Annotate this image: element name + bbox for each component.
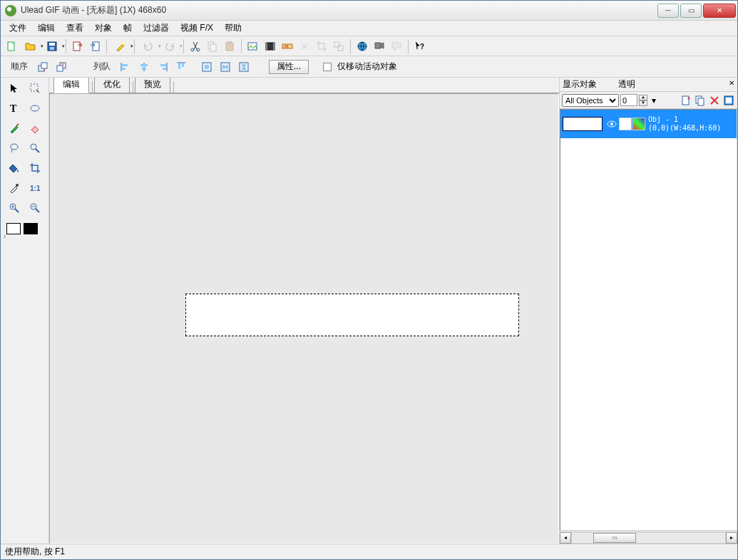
menu-view[interactable]: 查看 [61,21,89,36]
wizard-button[interactable]: ▾ [111,38,130,54]
selection-tool[interactable] [28,81,43,96]
lasso-tool[interactable] [6,140,22,156]
dropdown-toggle[interactable]: ▾ [649,94,659,107]
add-video-button[interactable] [262,38,278,54]
swap-colors-icon[interactable]: ↕ [4,234,6,239]
menu-help[interactable]: 帮助 [219,21,247,36]
canvas-tabs: 编辑 优化 预览 [49,78,559,93]
menu-frame[interactable]: 帧 [118,21,138,36]
copy-button[interactable] [205,38,220,54]
open-button[interactable]: ▾ [21,38,41,54]
tab-optimize[interactable]: 优化 [94,78,130,93]
magnify-tool[interactable] [28,140,43,156]
fill-tool[interactable] [6,160,22,176]
align-left-button[interactable] [118,59,133,75]
align-middle-button[interactable] [199,59,215,75]
svg-rect-40 [226,65,228,69]
eyedropper-tool[interactable] [6,180,22,196]
secondary-toolbar: 顺序 列队 属性... 仅移动活动对象 [1,56,737,78]
title-bar: Ulead GIF 动画 - [无标题] (1X) 468x60 ─ ▭ ✕ [1,1,737,21]
eraser-tool[interactable] [28,120,43,136]
svg-rect-16 [266,43,267,50]
transparent-input[interactable] [620,94,637,106]
align-top-button[interactable] [173,59,189,75]
duplicate-object-icon[interactable] [694,94,707,107]
close-button[interactable]: ✕ [703,4,736,18]
brush-tool[interactable] [6,120,22,136]
lock-icon[interactable] [619,118,632,130]
minimize-button[interactable]: ─ [657,4,679,18]
align-center-h-button[interactable] [136,59,152,75]
svg-rect-33 [163,68,166,70]
object-name: Obj - 1 [648,115,721,124]
canvas-object[interactable] [185,294,519,336]
menu-video-fx[interactable]: 视频 F/X [175,21,219,36]
cut-button[interactable] [188,38,203,54]
visibility-icon[interactable] [605,118,618,130]
scissors-icon[interactable] [297,38,312,54]
object-item[interactable]: Obj - 1 (0,0)(W:468,H:60) [560,110,737,138]
scroll-right-button[interactable]: ▸ [726,532,737,544]
undo-button[interactable]: ▾ [138,38,158,54]
distribute-v-button[interactable] [236,59,252,75]
distribute-h-button[interactable] [217,59,233,75]
menu-edit[interactable]: 编辑 [32,21,61,36]
canvas-viewport[interactable] [49,93,559,544]
scroll-thumb[interactable]: m [593,533,636,543]
context-help-button[interactable]: ? [412,38,428,54]
export-button[interactable] [70,38,86,54]
crop-tool[interactable] [28,160,43,176]
preview-icon[interactable] [371,38,387,54]
tab-preview[interactable]: 预览 [135,78,170,93]
menu-object[interactable]: 对象 [89,21,118,36]
paste-button[interactable] [222,38,237,54]
background-color[interactable] [24,223,38,234]
merge-icon[interactable] [331,38,347,54]
browser-icon[interactable] [354,38,370,54]
crop-icon[interactable] [314,38,329,54]
actual-size-tool[interactable]: 1:1 [28,180,43,196]
menu-filter[interactable]: 过滤器 [138,21,175,36]
tab-edit[interactable]: 编辑 [53,78,89,93]
add-object-icon[interactable] [680,94,692,107]
svg-rect-39 [222,65,225,69]
send-back-button[interactable] [53,59,69,75]
display-object-dropdown[interactable]: All Objects [562,94,619,107]
panel-scrollbar[interactable]: ◂ m ▸ [560,531,737,544]
separator [134,39,135,53]
transparent-label: 透明 [618,78,635,90]
oval-tool[interactable] [28,100,43,116]
add-image-button[interactable] [245,38,261,54]
properties-button[interactable]: 属性... [269,60,309,74]
foreground-color[interactable] [6,223,21,234]
new-button[interactable] [4,38,19,54]
layer-color-icon[interactable] [632,118,645,130]
add-banner-button[interactable]: AB [280,38,295,54]
bring-front-button[interactable] [35,59,51,75]
scroll-track[interactable]: m [571,532,726,544]
move-active-checkbox[interactable] [323,63,332,71]
svg-text:T: T [10,103,17,114]
save-button[interactable]: ▾ [42,38,62,54]
pointer-tool[interactable] [6,81,22,96]
delete-object-icon[interactable] [708,94,721,107]
panel-close-icon[interactable]: ✕ [729,79,734,87]
zoom-out-tool[interactable] [28,200,43,216]
app-icon [5,5,16,16]
svg-rect-25 [41,63,47,68]
scroll-left-button[interactable]: ◂ [560,532,571,544]
redo-button[interactable]: ▾ [160,38,180,54]
svg-point-48 [31,144,36,150]
svg-rect-20 [334,42,339,47]
spin-buttons[interactable]: ▲▼ [639,95,647,106]
zoom-in-tool[interactable] [6,200,22,216]
comment-icon[interactable] [389,38,404,54]
object-properties-icon[interactable] [722,94,735,107]
import-button[interactable] [87,38,103,54]
menu-file[interactable]: 文件 [4,21,32,36]
svg-rect-53 [682,96,689,105]
maximize-button[interactable]: ▭ [680,4,702,18]
align-right-button[interactable] [155,59,170,75]
main-toolbar: ▾ ▾ ▾ ▾ ▾ AB ? [1,36,737,56]
text-tool[interactable]: T [6,100,22,116]
